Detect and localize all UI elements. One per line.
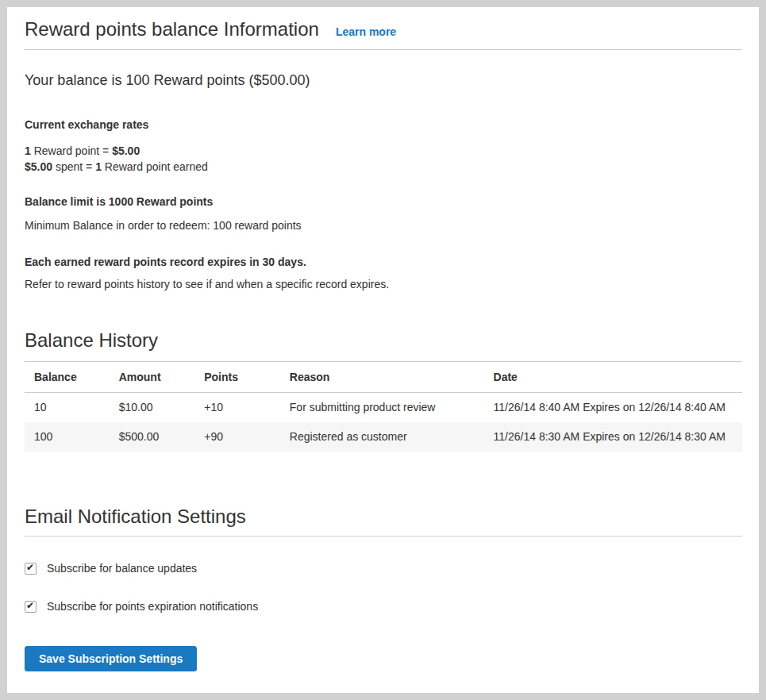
expiration-note-text: Refer to reward points history to see if… [25, 276, 742, 292]
rate1-amount: $5.00 [112, 144, 140, 157]
exchange-rate-line-2: $5.00 spent = 1 Reward point earned [25, 159, 742, 175]
rate1-points: 1 [25, 144, 31, 157]
exchange-rates-heading: Current exchange rates [25, 117, 742, 133]
column-header-reason: Reason [280, 362, 484, 393]
balance-history-table: Balance Amount Points Reason Date 10 $10… [25, 361, 742, 452]
column-header-balance: Balance [25, 362, 110, 393]
cell-amount: $10.00 [110, 393, 195, 423]
balance-limit-text: Balance limit is 1000 Reward points [25, 194, 742, 210]
expiration-rule-text: Each earned reward points record expires… [25, 254, 742, 270]
exchange-rate-line-1: 1 Reward point = $5.00 [25, 143, 742, 159]
exchange-rates: 1 Reward point = $5.00 $5.00 spent = 1 R… [25, 143, 742, 175]
balance-history-heading: Balance History [25, 329, 742, 352]
cell-balance: 10 [25, 393, 110, 423]
cell-reason: For submitting product review [280, 393, 484, 423]
column-header-points: Points [194, 362, 280, 393]
balance-summary: Your balance is 100 Reward points ($500.… [25, 72, 742, 88]
table-header: Balance Amount Points Reason Date [25, 362, 742, 393]
cell-amount: $500.00 [110, 422, 195, 452]
rate2-text: spent = [52, 160, 95, 173]
minimum-balance-text: Minimum Balance in order to redeem: 100 … [25, 217, 742, 233]
table-header-row: Balance Amount Points Reason Date [25, 362, 742, 393]
rate2-amount: $5.00 [25, 160, 52, 173]
table-body: 10 $10.00 +10 For submitting product rev… [25, 393, 742, 452]
save-subscription-settings-button[interactable]: Save Subscription Settings [25, 646, 197, 671]
points-expiration-option: Subscribe for points expiration notifica… [25, 600, 742, 613]
cell-date: 11/26/14 8:40 AM Expires on 12/26/14 8:4… [484, 393, 742, 423]
learn-more-link[interactable]: Learn more [336, 25, 396, 38]
cell-points: +90 [194, 422, 280, 452]
table-row: 100 $500.00 +90 Registered as customer 1… [25, 422, 742, 452]
balance-updates-option: Subscribe for balance updates [25, 562, 742, 575]
cell-date: 11/26/14 8:30 AM Expires on 12/26/14 8:3… [484, 422, 742, 452]
points-expiration-checkbox[interactable] [25, 601, 37, 613]
page-title: Reward points balance Information [25, 19, 319, 40]
page-header: Reward points balance Information Learn … [25, 19, 742, 50]
cell-reason: Registered as customer [280, 422, 484, 452]
balance-updates-label[interactable]: Subscribe for balance updates [47, 562, 197, 575]
rate2-points: 1 [95, 160, 102, 173]
table-row: 10 $10.00 +10 For submitting product rev… [25, 393, 742, 423]
cell-balance: 100 [25, 422, 110, 452]
reward-points-panel: Reward points balance Information Learn … [7, 7, 759, 693]
balance-updates-checkbox[interactable] [25, 563, 37, 575]
column-header-date: Date [484, 362, 742, 393]
points-expiration-label[interactable]: Subscribe for points expiration notifica… [47, 600, 258, 613]
email-settings-header: Email Notification Settings [25, 505, 742, 537]
email-settings-heading: Email Notification Settings [25, 505, 742, 529]
rate1-text: Reward point = [31, 144, 112, 157]
rate2-suffix: Reward point earned [102, 160, 208, 173]
column-header-amount: Amount [110, 362, 195, 393]
cell-points: +10 [194, 393, 280, 423]
